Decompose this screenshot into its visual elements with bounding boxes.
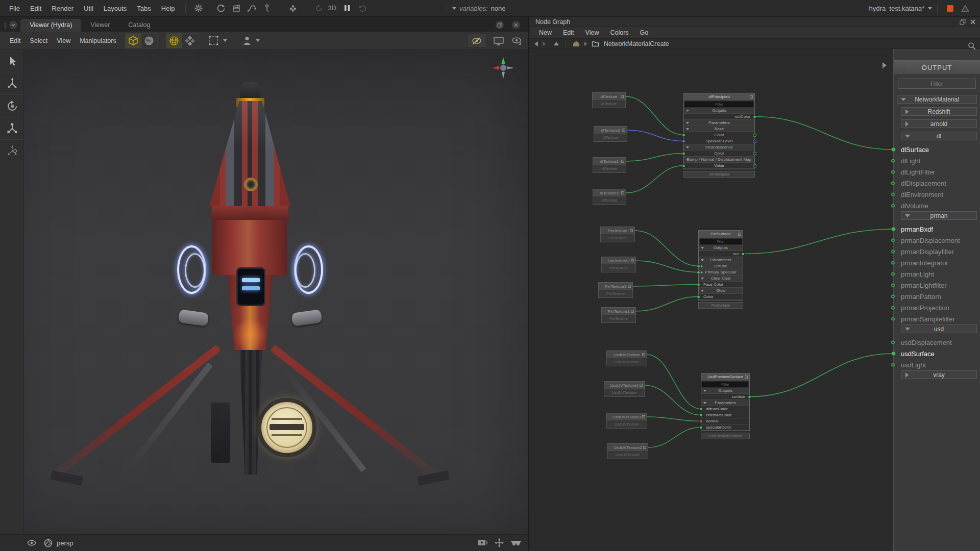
node-badge-icon[interactable] xyxy=(621,191,624,194)
person-caret-icon[interactable] xyxy=(256,39,260,42)
collapse-icon[interactable] xyxy=(701,259,704,261)
node-UsdUVTexture3[interactable]: UsdUVTexture3UsdUVTexture xyxy=(606,413,647,429)
tree-item-dlVolume[interactable]: dlVolume xyxy=(894,200,980,211)
collapse-icon[interactable] xyxy=(905,328,910,331)
input-port[interactable] xyxy=(697,270,700,274)
input-port[interactable] xyxy=(682,152,685,155)
node-filter-input[interactable]: Filter xyxy=(702,382,748,387)
input-port[interactable] xyxy=(699,407,703,411)
node-PxrTexture[interactable]: PxrTexturePxrTexture xyxy=(600,227,635,242)
terminal-port[interactable] xyxy=(891,159,895,163)
terminal-port[interactable] xyxy=(891,341,895,344)
output-port[interactable] xyxy=(647,416,648,417)
output-port[interactable] xyxy=(648,447,649,448)
node-UsdUVTexture[interactable]: UsdUVTextureUsdUVTexture xyxy=(606,350,647,366)
close-panel-icon[interactable] xyxy=(970,19,976,25)
tree-item-prmanBxdf[interactable]: prmanBxdf xyxy=(894,223,980,235)
tree-group-dl[interactable]: dl xyxy=(901,132,977,140)
menu-layouts[interactable]: Layouts xyxy=(99,5,132,12)
tree-item-prmanLight[interactable]: prmanLight xyxy=(894,268,980,280)
node-PxrTexture3[interactable]: PxrTexture3PxrTexture xyxy=(598,282,633,298)
tab-viewer-hydra[interactable]: Viewer (Hydra) xyxy=(20,19,81,32)
terminal-port[interactable] xyxy=(891,193,895,196)
collapse-icon[interactable] xyxy=(701,278,704,280)
flash-icon[interactable] xyxy=(477,538,488,547)
node-badge-icon[interactable] xyxy=(750,95,753,98)
terminal-port[interactable] xyxy=(891,306,895,310)
output-port[interactable] xyxy=(634,230,635,231)
project-caret-icon[interactable] xyxy=(928,7,932,10)
viewer-menu-manipulators[interactable]: Manipulators xyxy=(75,37,121,44)
node-UsdUVTexture1[interactable]: UsdUVTexture1UsdUVTexture xyxy=(604,381,645,397)
nodegraph-menu-new[interactable]: New xyxy=(533,29,557,36)
node-badge-icon[interactable] xyxy=(642,353,645,356)
node-badge-icon[interactable] xyxy=(745,375,748,379)
stereo-icon[interactable] xyxy=(510,539,522,547)
section-incandescence[interactable]: Incandescence xyxy=(684,144,754,151)
scale-icon[interactable] xyxy=(0,117,24,140)
terminal-port[interactable] xyxy=(891,295,895,298)
menu-help[interactable]: Help xyxy=(156,5,180,12)
gear-icon[interactable] xyxy=(192,2,205,14)
monitor-icon[interactable] xyxy=(493,35,505,47)
output-port[interactable] xyxy=(627,130,628,131)
tree-item-dlDisplacement[interactable]: dlDisplacement xyxy=(894,178,980,189)
breadcrumb-node-name[interactable]: NetworkMaterialCreate xyxy=(604,40,669,47)
terminal-port[interactable] xyxy=(891,227,896,232)
collapse-icon[interactable] xyxy=(703,402,706,404)
section-parameters[interactable]: Parameters xyxy=(701,400,749,406)
marquee-caret-icon[interactable] xyxy=(223,39,227,42)
node-badge-icon[interactable] xyxy=(628,285,631,288)
tab-viewer[interactable]: Viewer xyxy=(81,19,119,32)
dropper-icon[interactable] xyxy=(261,2,273,14)
collapse-icon[interactable] xyxy=(686,128,689,130)
collapse-icon[interactable] xyxy=(905,214,910,217)
output-port[interactable] xyxy=(741,252,745,256)
node-badge-icon[interactable] xyxy=(631,310,634,313)
input-port[interactable] xyxy=(682,164,685,167)
tree-item-prmanIntegrator[interactable]: prmanIntegrator xyxy=(894,257,980,268)
select-arrow-icon[interactable] xyxy=(0,50,24,72)
nodegraph-menu-colors[interactable]: Colors xyxy=(604,29,634,36)
section-parameters[interactable]: Parameters xyxy=(684,120,754,126)
tree-group-usd[interactable]: usd xyxy=(901,324,977,333)
node-PxrTexture2[interactable]: PxrTexture2PxrTexture xyxy=(601,257,636,272)
tree-group-NetworkMaterial[interactable]: NetworkMaterial xyxy=(897,95,977,104)
tree-item-prmanSamplefilter[interactable]: prmanSamplefilter xyxy=(894,313,980,324)
terminal-port[interactable] xyxy=(891,284,895,287)
collapse-icon[interactable] xyxy=(686,159,689,161)
output-port[interactable] xyxy=(644,385,645,386)
viewport-3d[interactable] xyxy=(0,50,528,534)
node-badge-icon[interactable] xyxy=(630,229,633,232)
viewer-menu-view[interactable]: View xyxy=(52,37,75,44)
warning-icon[interactable] xyxy=(959,2,971,14)
nodegraph-menu-go[interactable]: Go xyxy=(634,29,654,36)
output-filter-input[interactable] xyxy=(898,79,976,89)
node-PxrSurface[interactable]: PxrSurfaceFilterOutputsoutParametersDiff… xyxy=(698,230,743,309)
terminal-port[interactable] xyxy=(891,363,895,367)
input-port[interactable] xyxy=(699,413,703,417)
tree-group-vray[interactable]: vray xyxy=(901,370,977,379)
output-port[interactable] xyxy=(753,164,756,167)
expand-icon[interactable] xyxy=(905,372,909,378)
viewer-menu-select[interactable]: Select xyxy=(26,37,53,44)
terminal-port[interactable] xyxy=(891,352,896,356)
output-port[interactable] xyxy=(632,286,633,287)
menu-edit[interactable]: Edit xyxy=(25,5,46,12)
menu-render[interactable]: Render xyxy=(46,5,79,12)
aperture-icon[interactable] xyxy=(44,539,53,547)
tree-group-arnold[interactable]: arnold xyxy=(901,119,977,128)
node-UsdUVTexture2[interactable]: UsdUVTexture2UsdUVTexture xyxy=(607,443,648,459)
tree-item-prmanLightfilter[interactable]: prmanLightfilter xyxy=(894,280,980,291)
float-panel-icon[interactable] xyxy=(960,19,966,25)
output-port[interactable] xyxy=(753,139,756,143)
node-UsdPreviewSurface[interactable]: UsdPreviewSurfaceFilterOutputssurfacePar… xyxy=(701,373,750,439)
section-clear-coat[interactable]: Clear Coat xyxy=(699,276,743,282)
flower-icon[interactable] xyxy=(287,2,299,14)
output-port[interactable] xyxy=(626,161,627,162)
output-port[interactable] xyxy=(635,260,636,261)
curve-icon[interactable] xyxy=(246,2,258,14)
section-primary-specular[interactable]: Primary Specular xyxy=(699,269,743,276)
output-panel-collapse-icon[interactable] xyxy=(883,62,887,68)
tiles-icon[interactable] xyxy=(182,34,198,48)
